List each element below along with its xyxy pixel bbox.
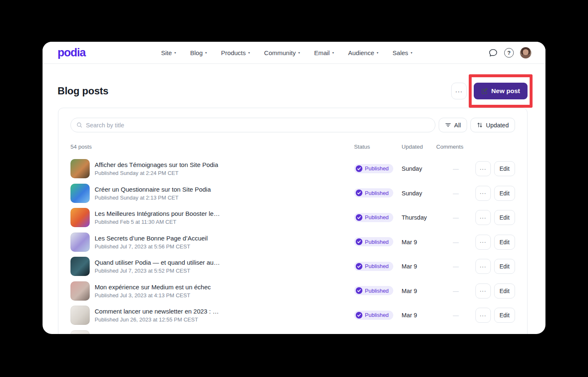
post-title-cell[interactable]: Créer un Questionnaire sur ton Site Podi… <box>70 184 354 203</box>
edit-button[interactable]: Edit <box>494 235 515 250</box>
post-title-cell[interactable]: Quand utiliser Podia — et quand utiliser… <box>70 257 354 276</box>
row-more-button[interactable]: ··· <box>475 186 491 201</box>
page-title: Blog posts <box>58 85 108 97</box>
post-title: Mon expérience sur Medium est un échec <box>95 283 211 291</box>
post-title-cell[interactable]: Les Secrets d’une Bonne Page d’Accueil P… <box>70 233 354 252</box>
more-actions-button[interactable]: ··· <box>451 83 467 99</box>
nav-item-blog[interactable]: Blog ▾ <box>190 49 207 56</box>
nav-item-label: Community <box>264 49 296 56</box>
nav-item-label: Sales <box>392 49 408 56</box>
table-row: Les Meilleures Intégrations pour Booster… <box>70 205 515 230</box>
comments-cell: — <box>436 288 475 294</box>
status-badge: Published <box>354 286 393 295</box>
search-input[interactable] <box>86 122 430 129</box>
updated-cell: Thursday <box>402 214 436 221</box>
table-row: Mon expérience sur Medium est un échec P… <box>70 279 515 304</box>
status-label: Published <box>365 214 389 220</box>
nav-item-community[interactable]: Community ▾ <box>264 49 300 56</box>
status-label: Published <box>365 165 389 172</box>
row-actions: ··· Edit <box>475 235 515 250</box>
status-badge: Published <box>354 188 393 197</box>
row-more-button[interactable]: ··· <box>475 259 491 274</box>
comments-cell: — <box>436 190 475 197</box>
top-nav: podia Site ▾ Blog ▾ Products ▾ Community… <box>43 42 545 64</box>
posts-list: Afficher des Témoignages sur ton Site Po… <box>70 157 515 334</box>
table-row: Créer un Questionnaire sur ton Site Podi… <box>70 181 515 206</box>
nav-item-sales[interactable]: Sales ▾ <box>392 49 412 56</box>
post-title: Comment lancer une newsletter en 2023 : … <box>95 308 219 315</box>
avatar[interactable] <box>520 47 531 58</box>
post-title: Créer un Questionnaire sur ton Site Podi… <box>95 186 211 193</box>
row-more-button[interactable]: ··· <box>475 308 491 323</box>
post-thumbnail <box>70 233 90 252</box>
status-badge: Published <box>354 164 393 173</box>
sort-updated-button[interactable]: Updated <box>470 118 515 132</box>
check-icon <box>356 263 362 270</box>
table-row: Les Secrets d’une Bonne Page d’Accueil P… <box>70 230 515 255</box>
nav-item-products[interactable]: Products ▾ <box>221 49 250 56</box>
edit-button[interactable]: Edit <box>494 210 515 225</box>
post-published-date: Published Jul 7, 2023 at 5:52 PM CEST <box>95 268 220 274</box>
comments-cell: — <box>436 214 475 221</box>
filter-all-button[interactable]: All <box>439 118 467 132</box>
post-title-cell[interactable]: Créer des Pages Web Facilement avec Podi… <box>70 330 354 334</box>
chevron-down-icon: ▾ <box>205 51 207 55</box>
row-actions: ··· Edit <box>475 210 515 225</box>
help-icon[interactable]: ? <box>504 48 514 58</box>
row-actions: ··· Edit <box>475 308 515 323</box>
post-published-date: Published Jun 26, 2023 at 12:55 PM CEST <box>95 316 219 323</box>
edit-button[interactable]: Edit <box>494 186 515 201</box>
header-actions: ··· New post <box>451 74 528 108</box>
new-post-button[interactable]: New post <box>474 83 528 99</box>
updated-cell: Sunday <box>402 165 436 172</box>
post-title-cell[interactable]: Les Meilleures Intégrations pour Booster… <box>70 208 354 227</box>
edit-button[interactable]: Edit <box>494 161 515 176</box>
row-more-button[interactable]: ··· <box>475 235 491 250</box>
nav-item-email[interactable]: Email ▾ <box>314 49 334 56</box>
comments-cell: — <box>436 263 475 270</box>
status-badge: Published <box>354 213 393 222</box>
edit-button[interactable]: Edit <box>494 259 515 274</box>
updated-cell: Mar 9 <box>402 288 436 294</box>
post-count: 54 posts <box>70 144 354 150</box>
post-title-cell[interactable]: Afficher des Témoignages sur ton Site Po… <box>70 159 354 178</box>
post-published-date: Published Sunday at 2:24 PM CET <box>95 170 218 176</box>
edit-button[interactable]: Edit <box>494 283 515 299</box>
row-actions: ··· Edit <box>475 186 515 201</box>
annotation-highlight: New post <box>469 74 533 108</box>
chevron-down-icon: ▾ <box>332 51 334 55</box>
nav-right: ? <box>488 47 531 58</box>
post-thumbnail <box>70 330 90 334</box>
check-icon <box>356 214 362 221</box>
check-icon <box>356 190 362 196</box>
row-more-button[interactable]: ··· <box>475 210 491 225</box>
row-actions: ··· Edit <box>475 259 515 274</box>
post-title: Les Meilleures Intégrations pour Booster… <box>95 210 220 217</box>
nav-item-label: Email <box>314 49 330 56</box>
row-actions: ··· Edit <box>475 283 515 299</box>
updated-cell: Mar 9 <box>402 239 436 245</box>
column-status: Status <box>354 144 402 150</box>
search-box <box>70 118 435 132</box>
nav-item-audience[interactable]: Audience ▾ <box>348 49 379 56</box>
status-badge: Published <box>354 311 393 320</box>
chat-bubble-icon[interactable] <box>488 48 498 58</box>
nav-item-site[interactable]: Site ▾ <box>161 49 176 56</box>
post-title: Les Secrets d’une Bonne Page d’Accueil <box>95 235 208 242</box>
edit-button[interactable]: Edit <box>494 308 515 323</box>
pencil-square-icon <box>481 88 488 94</box>
post-title: Quand utiliser Podia — et quand utiliser… <box>95 259 220 266</box>
app-window: podia Site ▾ Blog ▾ Products ▾ Community… <box>43 42 545 334</box>
podia-logo[interactable]: podia <box>58 46 85 59</box>
column-updated: Updated <box>402 144 436 150</box>
table-row: Afficher des Témoignages sur ton Site Po… <box>70 157 515 181</box>
post-title-cell[interactable]: Comment lancer une newsletter en 2023 : … <box>70 306 354 325</box>
post-thumbnail <box>70 306 90 325</box>
table-row: Créer des Pages Web Facilement avec Podi… <box>70 328 515 334</box>
post-title-cell[interactable]: Mon expérience sur Medium est un échec P… <box>70 281 354 301</box>
row-more-button[interactable]: ··· <box>475 161 491 176</box>
row-more-button[interactable]: ··· <box>475 283 491 299</box>
comments-cell: — <box>436 312 475 319</box>
chevron-down-icon: ▾ <box>174 51 176 55</box>
check-icon <box>356 312 362 319</box>
